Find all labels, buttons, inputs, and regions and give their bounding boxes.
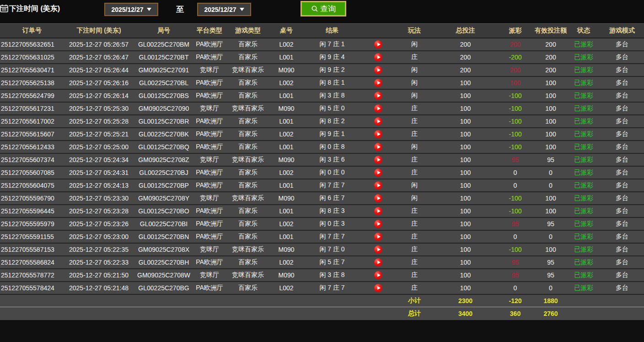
platform-type-cell: PA欧洲厅 bbox=[194, 217, 225, 230]
replay-button[interactable] bbox=[374, 168, 382, 177]
round-id-cell: GM09025C2708X bbox=[134, 243, 194, 256]
bet-time-cell: 2025-12-27 05:24:13 bbox=[64, 179, 134, 192]
platform-type-cell: 竞咪厅 bbox=[194, 243, 225, 256]
bet-time-cell: 2025-12-27 05:22:33 bbox=[64, 256, 134, 269]
replay-button[interactable] bbox=[374, 258, 382, 266]
replay-button[interactable] bbox=[374, 181, 382, 190]
order-id-cell: 251227055596790 bbox=[0, 192, 64, 205]
replay-button[interactable] bbox=[374, 66, 382, 74]
order-id-cell: 251227055587153 bbox=[0, 243, 64, 256]
status-cell: 已派彩 bbox=[567, 217, 600, 230]
game-type-cell: 百家乐 bbox=[225, 166, 271, 179]
play-type-cell: 庄 bbox=[394, 282, 435, 294]
game-mode-cell: 多台 bbox=[600, 243, 644, 256]
replay-button[interactable] bbox=[374, 271, 382, 279]
table-no-cell: L001 bbox=[271, 89, 302, 102]
replay-cell bbox=[362, 205, 394, 217]
result-cell: 闲 9 庄 2 bbox=[302, 64, 362, 76]
round-id-cell: GM09025C27090 bbox=[134, 102, 194, 115]
table-row: 251227055596790 2025-12-27 05:23:30 GM09… bbox=[0, 192, 644, 205]
bet-time-cell: 2025-12-27 05:26:44 bbox=[64, 64, 134, 76]
total-bet-cell: 100 bbox=[435, 269, 496, 282]
game-mode-cell: 多台 bbox=[600, 115, 644, 128]
order-id-cell: 251227055607374 bbox=[0, 153, 64, 166]
query-button[interactable]: 查询 bbox=[301, 1, 346, 16]
payout-cell: -100 bbox=[496, 89, 534, 102]
header-replay bbox=[362, 24, 394, 38]
replay-cell bbox=[362, 64, 394, 76]
payout-cell: 100 bbox=[496, 76, 534, 89]
subtotal-valid-bet: 1880 bbox=[534, 294, 567, 307]
status-cell: 已派彩 bbox=[567, 115, 600, 128]
table-no-cell: L002 bbox=[271, 217, 302, 230]
round-id-cell: GL00125C270BS bbox=[134, 89, 194, 102]
subtotal-label: 小计 bbox=[394, 294, 435, 307]
game-mode-cell: 多台 bbox=[600, 192, 644, 205]
game-mode-cell: 多台 bbox=[600, 38, 644, 51]
play-icon bbox=[377, 145, 381, 149]
total-bet-cell: 200 bbox=[435, 38, 496, 51]
replay-button[interactable] bbox=[374, 143, 382, 151]
platform-type-cell: PA欧洲厅 bbox=[194, 76, 225, 89]
valid-bet-cell: 95 bbox=[534, 217, 567, 230]
game-mode-cell: 多台 bbox=[600, 230, 644, 243]
replay-cell bbox=[362, 243, 394, 256]
platform-type-cell: PA欧洲厅 bbox=[194, 256, 225, 269]
game-type-cell: 竞咪百家乐 bbox=[225, 243, 271, 256]
payout-cell: 0 bbox=[496, 166, 534, 179]
game-type-cell: 百家乐 bbox=[225, 76, 271, 89]
game-mode-cell: 多台 bbox=[600, 51, 644, 64]
replay-button[interactable] bbox=[374, 284, 382, 292]
platform-type-cell: PA欧洲厅 bbox=[194, 166, 225, 179]
replay-button[interactable] bbox=[374, 207, 382, 215]
platform-type-cell: PA欧洲厅 bbox=[194, 141, 225, 153]
play-icon bbox=[377, 171, 381, 174]
replay-button[interactable] bbox=[374, 245, 382, 254]
round-id-cell: GL00125C270BT bbox=[134, 51, 194, 64]
valid-bet-cell: 100 bbox=[534, 243, 567, 256]
status-cell: 已派彩 bbox=[567, 282, 600, 294]
header-game-mode: 游戏模式 bbox=[600, 24, 644, 38]
platform-type-cell: PA欧洲厅 bbox=[194, 128, 225, 141]
table-row: 251227055591155 2025-12-27 05:23:00 GL00… bbox=[0, 230, 644, 243]
replay-button[interactable] bbox=[374, 220, 382, 228]
replay-button[interactable] bbox=[374, 104, 382, 113]
replay-button[interactable] bbox=[374, 233, 382, 241]
platform-type-cell: PA欧洲厅 bbox=[194, 51, 225, 64]
header-table-no: 桌号 bbox=[271, 24, 302, 38]
replay-button[interactable] bbox=[374, 194, 382, 202]
replay-button[interactable] bbox=[374, 53, 382, 61]
date-to-select[interactable]: 2025/12/27 bbox=[197, 3, 251, 16]
query-button-label: 查询 bbox=[320, 4, 336, 14]
table-row: 251227055632651 2025-12-27 05:26:57 GL00… bbox=[0, 38, 644, 51]
payout-cell: -100 bbox=[496, 192, 534, 205]
game-mode-cell: 多台 bbox=[600, 89, 644, 102]
replay-button[interactable] bbox=[374, 117, 382, 125]
play-type-cell: 庄 bbox=[394, 153, 435, 166]
table-no-cell: L001 bbox=[271, 141, 302, 153]
total-bet-cell: 100 bbox=[435, 230, 496, 243]
game-type-cell: 竞咪百家乐 bbox=[225, 64, 271, 76]
replay-button[interactable] bbox=[374, 79, 382, 87]
replay-button[interactable] bbox=[374, 130, 382, 138]
play-icon bbox=[377, 43, 381, 46]
replay-cell bbox=[362, 256, 394, 269]
round-id-cell: GL00125C270BQ bbox=[134, 141, 194, 153]
table-row: 251227055631025 2025-12-27 05:26:47 GL00… bbox=[0, 51, 644, 64]
replay-button[interactable] bbox=[374, 92, 382, 100]
game-type-cell: 竞咪百家乐 bbox=[225, 269, 271, 282]
total-total-bet: 3400 bbox=[435, 307, 496, 320]
order-id-cell: 251227055578772 bbox=[0, 269, 64, 282]
play-icon bbox=[377, 235, 381, 239]
replay-button[interactable] bbox=[374, 40, 382, 49]
date-from-select[interactable]: 2025/12/27 bbox=[104, 3, 158, 16]
table-no-cell: L001 bbox=[271, 115, 302, 128]
total-bet-cell: 100 bbox=[435, 166, 496, 179]
round-id-cell: GL00225C270BG bbox=[134, 282, 194, 294]
bet-time-cell: 2025-12-27 05:22:35 bbox=[64, 243, 134, 256]
total-bet-cell: 100 bbox=[435, 243, 496, 256]
play-type-cell: 闲 bbox=[394, 89, 435, 102]
replay-button[interactable] bbox=[374, 156, 382, 164]
table-no-cell: L002 bbox=[271, 282, 302, 294]
table-no-cell: L002 bbox=[271, 76, 302, 89]
